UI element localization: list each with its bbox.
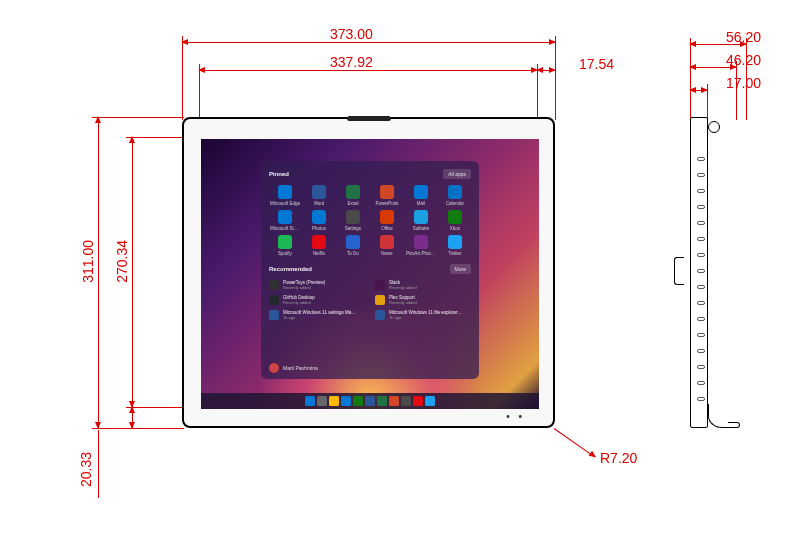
app-label: Solitaire <box>413 226 429 231</box>
device-front-view: • • Pinned All apps Microsoft EdgeWordEx… <box>182 117 555 428</box>
app-tile[interactable]: Photos <box>303 210 335 231</box>
app-tile[interactable]: Settings <box>337 210 369 231</box>
app-label: News <box>381 251 392 256</box>
app-tile[interactable]: Word <box>303 185 335 206</box>
vent-slot <box>697 381 705 385</box>
app-tile[interactable]: Calendar <box>439 185 471 206</box>
recommended-item[interactable]: Microsoft Windows 11 file explorer…1h ag… <box>375 310 471 320</box>
app-icon <box>380 185 394 199</box>
app-tile[interactable]: PicsArt Photo Studio: Collage… <box>405 235 437 256</box>
app-label: Netflix <box>313 251 326 256</box>
more-button[interactable]: More <box>450 264 471 274</box>
vent-slot <box>697 269 705 273</box>
app-tile[interactable]: Microsoft Store <box>269 210 301 231</box>
reco-subtitle: Recently added <box>283 300 315 305</box>
app-icon <box>312 210 326 224</box>
screen: Pinned All apps Microsoft EdgeWordExcelP… <box>201 139 539 409</box>
dim-line-bottom-bezel <box>132 407 133 428</box>
reco-subtitle: Recently added <box>283 285 325 290</box>
taskbar-icon[interactable] <box>353 396 363 406</box>
app-label: Office <box>381 226 393 231</box>
app-label: To Do <box>347 251 359 256</box>
app-icon <box>312 235 326 249</box>
all-apps-button[interactable]: All apps <box>443 169 471 179</box>
vent-slot <box>697 157 705 161</box>
app-tile[interactable]: Excel <box>337 185 369 206</box>
app-label: Xbox <box>450 226 460 231</box>
dim-side-mid: 46.20 <box>726 52 761 68</box>
recommended-item[interactable]: GitHub DesktopRecently added <box>269 295 365 305</box>
vent-slot <box>697 189 705 193</box>
app-icon <box>278 210 292 224</box>
bottom-foot <box>728 422 740 428</box>
vent-slot <box>697 285 705 289</box>
dim-line-screen-height <box>132 137 133 407</box>
dim-front-width: 373.00 <box>330 26 373 42</box>
app-label: Twitter <box>448 251 461 256</box>
app-icon <box>448 210 462 224</box>
recommended-item[interactable]: PowerToys (Preview)Recently added <box>269 280 365 290</box>
reco-subtitle: Recently added <box>389 300 417 305</box>
vent-slot <box>697 317 705 321</box>
dim-front-height: 311.00 <box>80 240 96 283</box>
dim-line-front-width <box>182 42 555 43</box>
taskbar <box>201 393 539 409</box>
indicator-dots: • • <box>506 411 525 422</box>
app-icon <box>414 210 428 224</box>
device-side-view <box>690 117 708 428</box>
dim-screen-width: 337.92 <box>330 54 373 70</box>
taskbar-icon[interactable] <box>389 396 399 406</box>
app-tile[interactable]: News <box>371 235 403 256</box>
app-tile[interactable]: Mail <box>405 185 437 206</box>
taskbar-icon[interactable] <box>329 396 339 406</box>
vent-slot <box>697 349 705 353</box>
dim-corner-radius: R7.20 <box>600 450 637 466</box>
app-icon <box>312 185 326 199</box>
vent-slot <box>697 397 705 401</box>
app-tile[interactable]: Xbox <box>439 210 471 231</box>
recommended-item[interactable]: Microsoft Windows 11 settings Ma…1h ago <box>269 310 365 320</box>
app-tile[interactable]: Solitaire <box>405 210 437 231</box>
taskbar-icon[interactable] <box>401 396 411 406</box>
vent-slot <box>697 237 705 241</box>
dim-side-outer: 56.20 <box>726 29 761 45</box>
app-tile[interactable]: Spotify <box>269 235 301 256</box>
app-icon <box>380 235 394 249</box>
taskbar-icon[interactable] <box>341 396 351 406</box>
app-icon <box>346 235 360 249</box>
vent-slot <box>697 365 705 369</box>
app-tile[interactable]: Office <box>371 210 403 231</box>
recommended-item[interactable]: Plex SupportRecently added <box>375 295 471 305</box>
taskbar-icon[interactable] <box>425 396 435 406</box>
vent-slot <box>697 301 705 305</box>
user-footer[interactable]: Marti Pashmina <box>269 363 318 373</box>
taskbar-icon[interactable] <box>377 396 387 406</box>
dim-line-side-inner <box>690 90 707 91</box>
avatar <box>269 363 279 373</box>
recommended-item[interactable]: SlackRecently added <box>375 280 471 290</box>
reco-icon <box>269 310 279 320</box>
vent-slot <box>697 173 705 177</box>
mount-bracket <box>674 257 684 285</box>
start-menu: Pinned All apps Microsoft EdgeWordExcelP… <box>261 161 479 379</box>
app-tile[interactable]: Twitter <box>439 235 471 256</box>
app-tile[interactable]: Netflix <box>303 235 335 256</box>
app-icon <box>448 185 462 199</box>
app-label: PowerPoint <box>375 201 398 206</box>
taskbar-icon[interactable] <box>413 396 423 406</box>
app-tile[interactable]: Microsoft Edge <box>269 185 301 206</box>
app-label: Microsoft Store <box>270 226 300 231</box>
taskbar-icon[interactable] <box>365 396 375 406</box>
app-tile[interactable]: To Do <box>337 235 369 256</box>
app-icon <box>346 185 360 199</box>
app-tile[interactable]: PowerPoint <box>371 185 403 206</box>
vent-slot <box>697 333 705 337</box>
dim-line-screen-width <box>199 70 537 71</box>
taskbar-icon[interactable] <box>305 396 315 406</box>
pinned-heading: Pinned <box>269 171 289 177</box>
taskbar-icon[interactable] <box>317 396 327 406</box>
app-label: PicsArt Photo Studio: Collage… <box>406 251 436 256</box>
dim-line-right-bezel <box>537 70 555 71</box>
top-ring <box>708 121 720 133</box>
dim-bottom-bezel: 20.33 <box>78 452 94 487</box>
